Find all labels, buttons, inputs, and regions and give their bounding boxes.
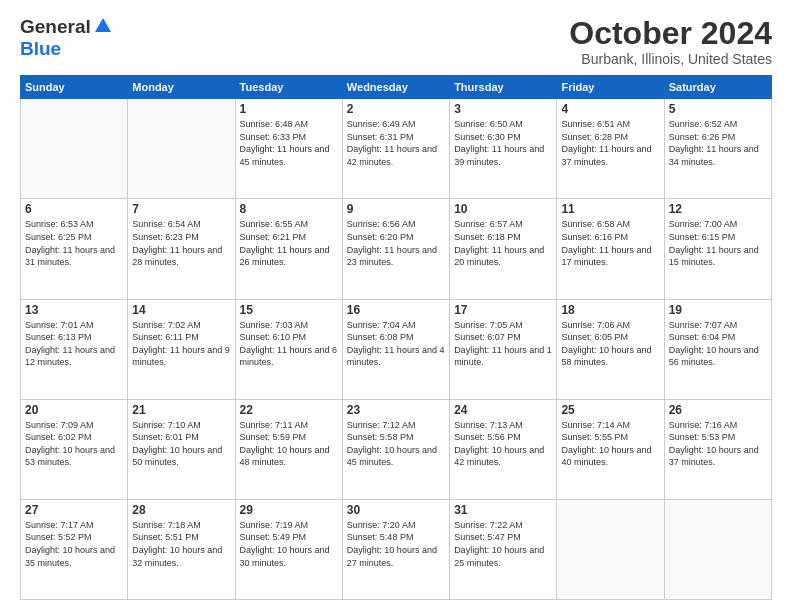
calendar-week-row: 20Sunrise: 7:09 AMSunset: 6:02 PMDayligh… — [21, 399, 772, 499]
day-info: Sunrise: 6:52 AMSunset: 6:26 PMDaylight:… — [669, 118, 767, 168]
page: General Blue October 2024 Burbank, Illin… — [0, 0, 792, 612]
day-number: 24 — [454, 403, 552, 417]
calendar-table: Sunday Monday Tuesday Wednesday Thursday… — [20, 75, 772, 600]
day-number: 31 — [454, 503, 552, 517]
day-info: Sunrise: 6:56 AMSunset: 6:20 PMDaylight:… — [347, 218, 445, 268]
day-info: Sunrise: 7:16 AMSunset: 5:53 PMDaylight:… — [669, 419, 767, 469]
calendar-cell: 11Sunrise: 6:58 AMSunset: 6:16 PMDayligh… — [557, 199, 664, 299]
day-number: 21 — [132, 403, 230, 417]
day-info: Sunrise: 6:57 AMSunset: 6:18 PMDaylight:… — [454, 218, 552, 268]
calendar-cell: 3Sunrise: 6:50 AMSunset: 6:30 PMDaylight… — [450, 99, 557, 199]
calendar-cell: 18Sunrise: 7:06 AMSunset: 6:05 PMDayligh… — [557, 299, 664, 399]
location: Burbank, Illinois, United States — [569, 51, 772, 67]
day-number: 7 — [132, 202, 230, 216]
day-number: 2 — [347, 102, 445, 116]
day-number: 5 — [669, 102, 767, 116]
logo-general-text: General — [20, 16, 91, 38]
day-number: 9 — [347, 202, 445, 216]
calendar-cell: 6Sunrise: 6:53 AMSunset: 6:25 PMDaylight… — [21, 199, 128, 299]
day-info: Sunrise: 7:01 AMSunset: 6:13 PMDaylight:… — [25, 319, 123, 369]
calendar-cell: 29Sunrise: 7:19 AMSunset: 5:49 PMDayligh… — [235, 499, 342, 599]
day-info: Sunrise: 7:06 AMSunset: 6:05 PMDaylight:… — [561, 319, 659, 369]
calendar-cell: 15Sunrise: 7:03 AMSunset: 6:10 PMDayligh… — [235, 299, 342, 399]
calendar-cell: 25Sunrise: 7:14 AMSunset: 5:55 PMDayligh… — [557, 399, 664, 499]
calendar-cell — [21, 99, 128, 199]
day-info: Sunrise: 7:20 AMSunset: 5:48 PMDaylight:… — [347, 519, 445, 569]
day-number: 17 — [454, 303, 552, 317]
day-info: Sunrise: 7:04 AMSunset: 6:08 PMDaylight:… — [347, 319, 445, 369]
title-section: October 2024 Burbank, Illinois, United S… — [569, 16, 772, 67]
calendar-cell: 9Sunrise: 6:56 AMSunset: 6:20 PMDaylight… — [342, 199, 449, 299]
calendar-cell: 24Sunrise: 7:13 AMSunset: 5:56 PMDayligh… — [450, 399, 557, 499]
col-sunday: Sunday — [21, 76, 128, 99]
calendar-cell: 4Sunrise: 6:51 AMSunset: 6:28 PMDaylight… — [557, 99, 664, 199]
calendar-cell: 17Sunrise: 7:05 AMSunset: 6:07 PMDayligh… — [450, 299, 557, 399]
calendar-cell: 13Sunrise: 7:01 AMSunset: 6:13 PMDayligh… — [21, 299, 128, 399]
calendar-cell: 1Sunrise: 6:48 AMSunset: 6:33 PMDaylight… — [235, 99, 342, 199]
day-info: Sunrise: 7:09 AMSunset: 6:02 PMDaylight:… — [25, 419, 123, 469]
calendar-cell: 20Sunrise: 7:09 AMSunset: 6:02 PMDayligh… — [21, 399, 128, 499]
calendar-cell: 23Sunrise: 7:12 AMSunset: 5:58 PMDayligh… — [342, 399, 449, 499]
day-info: Sunrise: 6:49 AMSunset: 6:31 PMDaylight:… — [347, 118, 445, 168]
day-number: 19 — [669, 303, 767, 317]
day-info: Sunrise: 6:51 AMSunset: 6:28 PMDaylight:… — [561, 118, 659, 168]
day-number: 4 — [561, 102, 659, 116]
svg-marker-0 — [95, 18, 111, 32]
calendar-cell: 14Sunrise: 7:02 AMSunset: 6:11 PMDayligh… — [128, 299, 235, 399]
calendar-cell: 26Sunrise: 7:16 AMSunset: 5:53 PMDayligh… — [664, 399, 771, 499]
calendar-cell: 10Sunrise: 6:57 AMSunset: 6:18 PMDayligh… — [450, 199, 557, 299]
day-info: Sunrise: 7:05 AMSunset: 6:07 PMDaylight:… — [454, 319, 552, 369]
day-number: 23 — [347, 403, 445, 417]
logo-icon — [93, 16, 113, 36]
day-info: Sunrise: 7:03 AMSunset: 6:10 PMDaylight:… — [240, 319, 338, 369]
header: General Blue October 2024 Burbank, Illin… — [20, 16, 772, 67]
day-number: 11 — [561, 202, 659, 216]
day-info: Sunrise: 6:54 AMSunset: 6:23 PMDaylight:… — [132, 218, 230, 268]
col-friday: Friday — [557, 76, 664, 99]
day-number: 30 — [347, 503, 445, 517]
calendar-week-row: 6Sunrise: 6:53 AMSunset: 6:25 PMDaylight… — [21, 199, 772, 299]
day-number: 13 — [25, 303, 123, 317]
day-number: 1 — [240, 102, 338, 116]
calendar-week-row: 13Sunrise: 7:01 AMSunset: 6:13 PMDayligh… — [21, 299, 772, 399]
day-number: 28 — [132, 503, 230, 517]
col-saturday: Saturday — [664, 76, 771, 99]
day-number: 15 — [240, 303, 338, 317]
day-number: 26 — [669, 403, 767, 417]
calendar-cell: 12Sunrise: 7:00 AMSunset: 6:15 PMDayligh… — [664, 199, 771, 299]
day-info: Sunrise: 7:00 AMSunset: 6:15 PMDaylight:… — [669, 218, 767, 268]
day-number: 29 — [240, 503, 338, 517]
day-number: 25 — [561, 403, 659, 417]
day-info: Sunrise: 7:13 AMSunset: 5:56 PMDaylight:… — [454, 419, 552, 469]
day-number: 20 — [25, 403, 123, 417]
day-info: Sunrise: 7:11 AMSunset: 5:59 PMDaylight:… — [240, 419, 338, 469]
day-number: 3 — [454, 102, 552, 116]
calendar-cell: 19Sunrise: 7:07 AMSunset: 6:04 PMDayligh… — [664, 299, 771, 399]
calendar-header-row: Sunday Monday Tuesday Wednesday Thursday… — [21, 76, 772, 99]
calendar-cell: 8Sunrise: 6:55 AMSunset: 6:21 PMDaylight… — [235, 199, 342, 299]
day-info: Sunrise: 7:10 AMSunset: 6:01 PMDaylight:… — [132, 419, 230, 469]
calendar-cell: 7Sunrise: 6:54 AMSunset: 6:23 PMDaylight… — [128, 199, 235, 299]
day-info: Sunrise: 7:17 AMSunset: 5:52 PMDaylight:… — [25, 519, 123, 569]
day-info: Sunrise: 7:14 AMSunset: 5:55 PMDaylight:… — [561, 419, 659, 469]
day-info: Sunrise: 7:02 AMSunset: 6:11 PMDaylight:… — [132, 319, 230, 369]
calendar-cell — [664, 499, 771, 599]
day-info: Sunrise: 7:18 AMSunset: 5:51 PMDaylight:… — [132, 519, 230, 569]
day-info: Sunrise: 7:19 AMSunset: 5:49 PMDaylight:… — [240, 519, 338, 569]
day-number: 6 — [25, 202, 123, 216]
day-info: Sunrise: 6:50 AMSunset: 6:30 PMDaylight:… — [454, 118, 552, 168]
calendar-cell: 5Sunrise: 6:52 AMSunset: 6:26 PMDaylight… — [664, 99, 771, 199]
month-title: October 2024 — [569, 16, 772, 51]
logo-blue-text: Blue — [20, 38, 61, 59]
calendar-week-row: 27Sunrise: 7:17 AMSunset: 5:52 PMDayligh… — [21, 499, 772, 599]
day-number: 16 — [347, 303, 445, 317]
day-info: Sunrise: 6:48 AMSunset: 6:33 PMDaylight:… — [240, 118, 338, 168]
calendar-cell: 28Sunrise: 7:18 AMSunset: 5:51 PMDayligh… — [128, 499, 235, 599]
day-info: Sunrise: 6:55 AMSunset: 6:21 PMDaylight:… — [240, 218, 338, 268]
day-info: Sunrise: 7:07 AMSunset: 6:04 PMDaylight:… — [669, 319, 767, 369]
calendar-cell: 30Sunrise: 7:20 AMSunset: 5:48 PMDayligh… — [342, 499, 449, 599]
calendar-cell: 16Sunrise: 7:04 AMSunset: 6:08 PMDayligh… — [342, 299, 449, 399]
day-number: 14 — [132, 303, 230, 317]
calendar-cell: 2Sunrise: 6:49 AMSunset: 6:31 PMDaylight… — [342, 99, 449, 199]
col-monday: Monday — [128, 76, 235, 99]
